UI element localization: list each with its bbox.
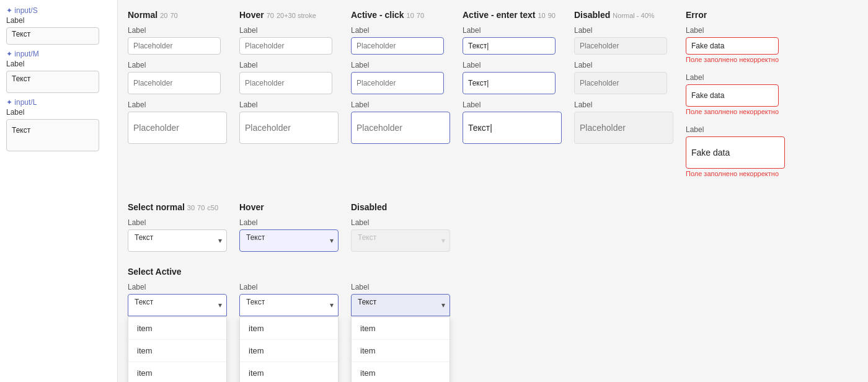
select-hover-control[interactable]: Текст [239,229,339,252]
select-active-label-1: Label [128,283,227,291]
select-normal-meta1: 30 [187,204,195,211]
select-active-cols: Label Текст ▾ item item item item [128,283,858,382]
disabled-label-s: Label [574,26,673,35]
select-active-item-3-2[interactable]: item [352,340,450,362]
active-enter-input-s[interactable] [463,37,556,55]
normal-meta2: 70 [170,12,177,19]
select-active-control-3[interactable]: Текст [351,294,450,316]
hover-section: Hover 70 20+30 stroke Label Label Label [239,10,339,187]
sidebar-input-m[interactable]: Текст [6,71,99,93]
normal-input-group-m: Label [128,61,227,94]
active-click-meta1: 10 [407,12,414,19]
select-active-list-2: item item item item [239,318,339,382]
select-active-title: Select Active [128,267,858,277]
select-active-control-wrapper-1[interactable]: Текст ▾ [128,294,227,316]
select-disabled-wrapper: Текст ▾ [351,229,450,252]
select-active-control-2[interactable]: Текст [239,294,339,316]
normal-label-s: Label [128,26,227,35]
disabled-input-m [574,72,667,94]
select-hover-wrapper[interactable]: Текст ▾ [239,229,339,252]
active-enter-group-l: Label [463,100,562,144]
error-label-l: Label [686,125,785,134]
active-enter-group-m: Label [463,61,562,94]
disabled-group-s: Label [574,26,673,55]
hover-meta1: 70 [267,12,274,19]
hover-label-m: Label [239,61,339,69]
select-active-section: Select Active Label Текст ▾ item item [128,267,858,382]
hover-input-l[interactable] [239,112,339,144]
active-click-meta2: 70 [417,12,424,19]
select-active-item-1-1[interactable]: item [128,318,226,340]
active-click-label-s: Label [351,26,450,35]
active-click-input-l[interactable] [351,112,450,144]
error-group-m: Label Поле заполнено некорректно [686,73,785,119]
error-text-s: Поле заполнено некорректно [686,56,785,63]
disabled-title: Disabled Normal - 40% [574,10,673,20]
error-title: Error [686,10,785,20]
active-click-group-m: Label [351,61,450,94]
select-active-label-2: Label [239,283,339,291]
active-enter-input-m[interactable] [463,72,556,94]
select-active-control-wrapper-2[interactable]: Текст ▾ [239,294,339,316]
sidebar-label-s: Label [6,16,111,25]
normal-input-s[interactable] [128,37,221,55]
active-enter-meta1: 10 [538,12,545,19]
inputs-row: Normal 20 70 Label Label Label [128,10,858,187]
select-active-item-1-2[interactable]: item [128,340,226,362]
sidebar-link-l[interactable]: ✦ input/L [6,98,111,107]
normal-meta1: 20 [160,12,167,19]
error-input-s[interactable] [686,37,779,55]
select-active-item-3-3[interactable]: item [352,362,450,382]
select-active-item-2-3[interactable]: item [240,362,338,382]
normal-input-group-l: Label [128,100,227,144]
select-disabled-section: Disabled Label Текст ▾ [351,202,450,252]
select-normal-label: Label [128,218,227,227]
select-active-item-2-2[interactable]: item [240,340,338,362]
sidebar-input-s[interactable]: Текст [6,27,99,45]
select-active-control-wrapper-3[interactable]: Текст ▾ [351,294,450,316]
normal-label-l: Label [128,100,227,109]
select-normal-meta2: 70 [197,204,205,211]
normal-section: Normal 20 70 Label Label Label [128,10,227,187]
sidebar-label-m: Label [6,60,111,68]
select-row: Select normal 30 70 c50 Label Текст ▾ Ho… [128,202,858,252]
select-active-list-1: item item item item [128,318,227,382]
normal-input-group-s: Label [128,26,227,55]
active-enter-input-l[interactable] [463,112,562,144]
select-normal-wrapper[interactable]: Текст ▾ [128,229,227,252]
active-click-label-l: Label [351,100,450,109]
hover-label-l: Label [239,100,339,109]
select-active-row: Select Active Label Текст ▾ item item [128,267,858,382]
select-hover-label: Label [239,218,339,227]
select-active-item-1-3[interactable]: item [128,362,226,382]
select-active-col-1: Label Текст ▾ item item item item [128,283,227,382]
select-active-list-3: item item item item [351,318,450,382]
select-active-col-3: Label Текст ▾ item item item item [351,283,450,382]
error-input-m[interactable] [686,84,779,107]
select-normal-section: Select normal 30 70 c50 Label Текст ▾ [128,202,227,252]
sidebar-link-s[interactable]: ✦ input/S [6,6,111,15]
main-layout: ✦ input/S Label Текст ✦ input/M Label Те… [0,0,868,382]
disabled-group-l: Label [574,100,673,144]
normal-input-m[interactable] [128,72,221,94]
select-active-item-2-1[interactable]: item [240,318,338,340]
active-click-group-l: Label [351,100,450,144]
sidebar-link-m[interactable]: ✦ input/M [6,50,111,58]
active-enter-label-s: Label [463,26,562,35]
error-group-l: Label Поле заполнено некорректно [686,125,785,181]
select-active-label-3: Label [351,283,450,291]
normal-input-l[interactable] [128,112,227,144]
select-active-item-3-1[interactable]: item [352,318,450,340]
active-enter-section: Active - enter text 10 90 Label Label La… [463,10,562,187]
active-click-input-m[interactable] [351,72,444,94]
select-disabled-control: Текст [351,229,450,252]
error-input-l[interactable] [686,136,785,169]
hover-input-s[interactable] [239,37,332,55]
select-normal-title: Select normal 30 70 c50 [128,202,227,212]
hover-input-m[interactable] [239,72,332,94]
sidebar-label-l: Label [6,108,111,117]
select-active-control-1[interactable]: Текст [128,294,227,316]
select-normal-control[interactable]: Текст [128,229,227,252]
active-click-input-s[interactable] [351,37,444,55]
sidebar-input-l[interactable]: Текст [6,119,99,151]
